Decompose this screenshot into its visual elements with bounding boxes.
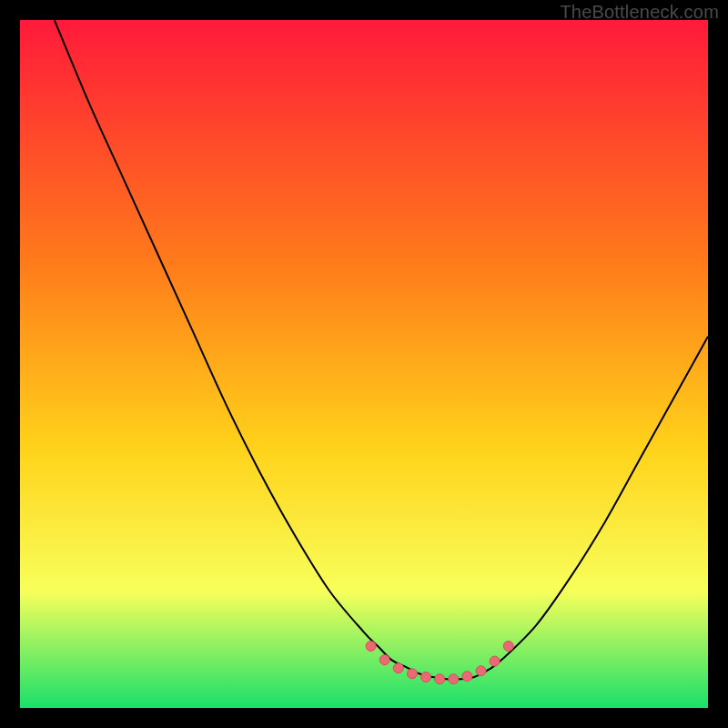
curve-marker — [449, 674, 459, 684]
bottleneck-chart — [20, 20, 708, 708]
chart-frame — [20, 20, 708, 708]
curve-marker — [462, 672, 472, 682]
curve-marker — [379, 655, 389, 665]
curve-marker — [476, 666, 486, 676]
curve-marker — [366, 642, 376, 652]
curve-marker — [421, 672, 431, 682]
curve-marker — [435, 674, 445, 684]
chart-background — [20, 20, 708, 708]
curve-marker — [503, 642, 513, 652]
curve-marker — [490, 656, 500, 666]
curve-marker — [407, 669, 417, 679]
watermark-text: TheBottleneck.com — [560, 2, 719, 23]
curve-marker — [393, 663, 403, 673]
